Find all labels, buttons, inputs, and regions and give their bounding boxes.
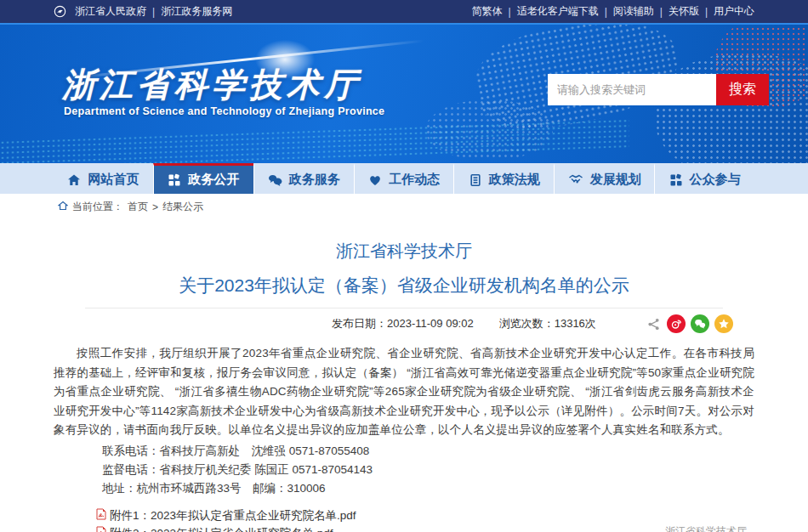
article-paragraph: 按照工作安排，我厅组织开展了2023年省重点企业研究院、省企业研究院、省高新技术…	[54, 344, 754, 440]
chat-icon	[268, 173, 282, 187]
zhejiang-gov-logo-icon[interactable]	[54, 5, 66, 18]
breadcrumb-current: 结果公示	[162, 200, 203, 214]
blocks-icon	[168, 173, 181, 187]
handshake-icon	[568, 173, 583, 187]
contact-line: 联系电话：省科技厅高新处 沈维强 0571-87055408	[54, 442, 754, 461]
page-footer: 浙江省科学技术厅	[0, 524, 808, 532]
breadcrumb-home-link[interactable]: 首页	[128, 200, 148, 214]
nav-item-label: 工作动态	[389, 172, 440, 188]
site-search: 搜索	[548, 74, 769, 105]
nav-item-gov-disclosure[interactable]: 政务公开	[153, 163, 253, 194]
breadcrumb-prefix: 当前位置：	[72, 200, 123, 214]
site-subtitle-english: Department of Science and Technology of …	[64, 105, 384, 117]
contact-line: 监督电话：省科技厅机关纪委 陈国正 0571-87054143	[54, 461, 754, 479]
nav-item-label: 政务公开	[188, 172, 239, 188]
nav-item-home[interactable]: 网站首页	[54, 163, 153, 194]
home-small-icon	[58, 201, 68, 213]
search-button[interactable]: 搜索	[716, 74, 769, 105]
publish-date-value: 2023-11-09 09:02	[387, 317, 474, 330]
share-buttons	[647, 308, 733, 339]
publish-date-label: 发布日期：	[332, 317, 387, 330]
nav-item-label: 政务服务	[289, 172, 340, 188]
page: 浙江省人民政府 | 浙江政务服务网 简繁体 | 适老化客户端下载 | 阅读辅助 …	[0, 0, 808, 532]
article-meta-row: 发布日期：2023-11-09 09:02 浏览次数：13316次	[54, 308, 754, 339]
separator: |	[660, 6, 663, 18]
breadcrumb: 当前位置： 首页 > 结果公示	[54, 194, 754, 219]
publish-date: 发布日期：2023-11-09 09:02	[332, 316, 474, 331]
wechat-icon[interactable]	[691, 314, 709, 333]
contact-line: 地址：杭州市环城西路33号 邮编：310006	[54, 479, 754, 498]
separator: |	[509, 6, 511, 18]
document-icon	[469, 173, 482, 187]
weibo-icon[interactable]	[667, 314, 686, 333]
nav-item-label: 政策法规	[489, 172, 540, 188]
view-count-value: 13316次	[555, 317, 596, 330]
page-title: 关于2023年拟认定（备案）省级企业研发机构名单的公示	[54, 274, 754, 297]
nav-item-policies[interactable]: 政策法规	[453, 163, 554, 194]
footer-org-name: 浙江省科学技术厅	[665, 524, 747, 532]
nav-item-development-plans[interactable]: 发展规划	[554, 163, 654, 194]
site-title: 浙江省科学技术厅	[62, 62, 361, 108]
share-nodes-icon[interactable]	[647, 318, 660, 331]
link-user-center[interactable]: 用户中心	[714, 4, 754, 19]
home-icon	[67, 173, 81, 187]
view-count: 浏览次数：13316次	[499, 316, 596, 331]
search-input[interactable]	[548, 74, 716, 105]
site-banner: 浙江省科学技术厅 Department of Science and Techn…	[0, 23, 808, 163]
link-elderly-client-download[interactable]: 适老化客户端下载	[517, 4, 599, 19]
contact-info: 联系电话：省科技厅高新处 沈维强 0571-87055408 监督电话：省科技厅…	[54, 442, 754, 498]
nav-item-work-news[interactable]: 工作动态	[354, 163, 454, 194]
blocks-icon	[669, 173, 683, 187]
pdf-icon	[96, 508, 106, 524]
attachment-link[interactable]: 附件1：2023年拟认定省重点企业研究院名单.pdf	[54, 507, 754, 525]
attachment-text: 附件1：2023年拟认定省重点企业研究院名单.pdf	[110, 508, 356, 524]
article-org-title: 浙江省科学技术厅	[54, 240, 754, 263]
link-reading-aid[interactable]: 阅读辅助	[613, 4, 654, 19]
qzone-icon[interactable]	[714, 314, 733, 333]
link-simplified-traditional[interactable]: 简繁体	[472, 4, 503, 19]
separator: |	[605, 6, 607, 18]
heart-icon	[368, 173, 382, 187]
breadcrumb-separator: >	[152, 201, 158, 213]
separator: |	[152, 6, 155, 18]
main-navigation: 网站首页 政务公开 政务服务 工作动态 政策法规 发展规划	[0, 163, 808, 194]
nav-item-label: 发展规划	[590, 172, 641, 188]
nav-item-label: 公众参与	[690, 172, 741, 188]
nav-item-gov-services[interactable]: 政务服务	[253, 163, 354, 194]
separator: |	[705, 6, 708, 18]
article-content: 浙江省科学技术厅 关于2023年拟认定（备案）省级企业研发机构名单的公示 发布日…	[54, 240, 754, 532]
nav-item-public-participation[interactable]: 公众参与	[654, 163, 754, 194]
link-provincial-government[interactable]: 浙江省人民政府	[75, 4, 146, 19]
top-utility-bar: 浙江省人民政府 | 浙江政务服务网 简繁体 | 适老化客户端下载 | 阅读辅助 …	[0, 0, 808, 23]
nav-item-label: 网站首页	[88, 172, 139, 188]
view-count-label: 浏览次数：	[499, 317, 555, 330]
link-gov-service-site[interactable]: 浙江政务服务网	[161, 4, 232, 19]
link-care-version[interactable]: 关怀版	[669, 4, 699, 19]
